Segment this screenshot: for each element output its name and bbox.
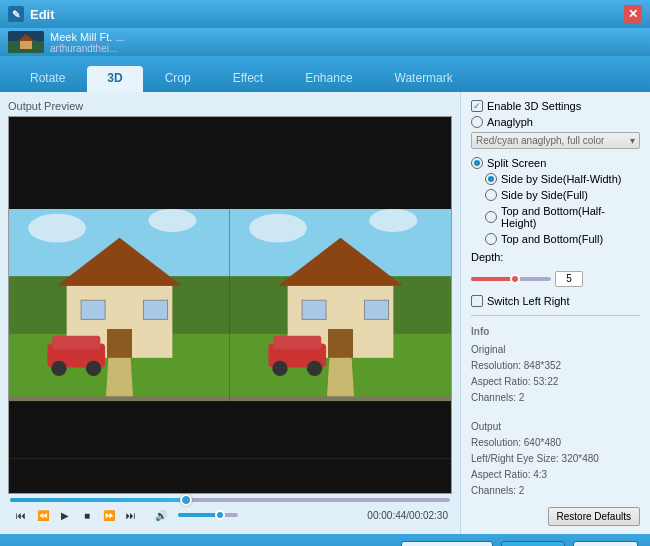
anaglyph-type-value: Red/cyan anaglyph, full color	[476, 135, 604, 146]
divider-1	[471, 315, 640, 316]
step-back-button[interactable]: ⏪	[34, 506, 52, 524]
svg-rect-33	[328, 329, 353, 358]
tab-enhance[interactable]: Enhance	[285, 66, 372, 92]
stop-button[interactable]: ■	[78, 506, 96, 524]
svg-rect-31	[302, 300, 326, 319]
svg-point-6	[28, 214, 86, 243]
svg-point-37	[307, 361, 322, 376]
depth-thumb[interactable]	[510, 274, 520, 284]
split-option-4-row: Top and Bottom(Full)	[485, 233, 640, 245]
volume-progress	[178, 513, 220, 517]
split-screen-label: Split Screen	[487, 157, 546, 169]
switch-lr-checkbox[interactable]	[471, 295, 483, 307]
enable-3d-label: Enable 3D Settings	[487, 100, 581, 112]
tab-effect[interactable]: Effect	[213, 66, 283, 92]
file-sidebar: Meek Mill Ft. ... arthurandthei...	[0, 28, 650, 56]
original-title: Original	[471, 342, 640, 358]
anaglyph-row: Anaglyph	[471, 116, 640, 128]
svg-point-25	[369, 209, 417, 232]
output-resolution: Resolution: 640*480	[471, 435, 640, 451]
seek-progress	[10, 498, 186, 502]
tab-watermark[interactable]: Watermark	[375, 66, 473, 92]
time-display: 00:00:44/00:02:30	[367, 510, 448, 521]
apply-button[interactable]: Apply	[501, 541, 565, 546]
split-option-1-row: Side by Side(Half-Width)	[485, 173, 640, 185]
close-window-button[interactable]: ✕	[624, 5, 642, 23]
title-bar: ✎ Edit ✕	[0, 0, 650, 28]
depth-value-box[interactable]: 5	[555, 271, 583, 287]
svg-rect-40	[9, 401, 451, 459]
split-screen-row: Split Screen	[471, 157, 640, 169]
svg-rect-32	[365, 300, 389, 319]
enable-3d-row: Enable 3D Settings	[471, 100, 640, 112]
enable-3d-checkbox[interactable]	[471, 100, 483, 112]
bottom-bar: Restore All Apply Close	[0, 534, 650, 546]
svg-point-36	[272, 361, 287, 376]
file-thumbnail	[8, 31, 44, 53]
controls-bar: ⏮ ⏪ ▶ ■ ⏩ ⏭ 🔊 00:00:44/00:02:30	[8, 502, 452, 526]
split-option-2-row: Side by Side(Full)	[485, 189, 640, 201]
restore-all-button[interactable]: Restore All	[401, 541, 493, 546]
volume-icon[interactable]: 🔊	[152, 506, 170, 524]
split-option-1-label: Side by Side(Half-Width)	[501, 173, 621, 185]
split-screen-radio[interactable]	[471, 157, 483, 169]
original-channels: Channels: 2	[471, 390, 640, 406]
step-forward-button[interactable]: ⏩	[100, 506, 118, 524]
switch-lr-row: Switch Left Right	[471, 295, 640, 307]
skip-start-button[interactable]: ⏮	[12, 506, 30, 524]
split-option-3-row: Top and Bottom(Half-Height)	[485, 205, 640, 229]
svg-rect-15	[107, 329, 132, 358]
dropdown-arrow-icon: ▾	[630, 135, 635, 146]
depth-slider[interactable]	[471, 277, 551, 281]
split-option-2-label: Side by Side(Full)	[501, 189, 588, 201]
file-info: Meek Mill Ft. ... arthurandthei...	[50, 31, 642, 54]
svg-rect-35	[273, 336, 321, 349]
window-title: Edit	[30, 7, 55, 22]
app-icon: ✎	[8, 6, 24, 22]
close-button[interactable]: Close	[573, 541, 638, 546]
tab-3d[interactable]: 3D	[87, 66, 142, 92]
tab-crop[interactable]: Crop	[145, 66, 211, 92]
restore-defaults-button[interactable]: Restore Defaults	[548, 507, 640, 526]
volume-bar[interactable]	[178, 513, 238, 517]
svg-rect-39	[9, 151, 451, 209]
info-title: Info	[471, 324, 640, 340]
svg-point-24	[249, 214, 307, 243]
seekbar[interactable]	[10, 498, 450, 502]
output-section: Output Resolution: 640*480 Left/Right Ey…	[471, 419, 640, 499]
volume-thumb[interactable]	[215, 510, 225, 520]
file-artist: arthurandthei...	[50, 43, 642, 54]
depth-slider-row: 5	[471, 271, 640, 287]
svg-rect-13	[81, 300, 105, 319]
depth-label: Depth:	[471, 251, 503, 263]
anaglyph-label: Anaglyph	[487, 116, 533, 128]
svg-rect-17	[52, 336, 100, 349]
output-aspect: Aspect Ratio: 4:3	[471, 467, 640, 483]
video-preview	[8, 116, 452, 494]
svg-point-19	[86, 361, 101, 376]
switch-lr-label: Switch Left Right	[487, 295, 570, 307]
split-option-3-radio[interactable]	[485, 211, 497, 223]
split-option-4-radio[interactable]	[485, 233, 497, 245]
anaglyph-type-dropdown[interactable]: Red/cyan anaglyph, full color ▾	[471, 132, 640, 149]
play-button[interactable]: ▶	[56, 506, 74, 524]
video-scene-svg	[9, 117, 451, 493]
seek-thumb[interactable]	[180, 494, 192, 506]
svg-rect-14	[144, 300, 168, 319]
split-option-3-label: Top and Bottom(Half-Height)	[501, 205, 640, 229]
output-channels: Channels: 2	[471, 483, 640, 499]
video-frame	[9, 117, 451, 493]
file-name: Meek Mill Ft. ...	[50, 31, 642, 43]
preview-label: Output Preview	[8, 100, 452, 112]
split-option-1-radio[interactable]	[485, 173, 497, 185]
tab-rotate[interactable]: Rotate	[10, 66, 85, 92]
anaglyph-radio[interactable]	[471, 116, 483, 128]
svg-point-7	[148, 209, 196, 232]
original-resolution: Resolution: 848*352	[471, 358, 640, 374]
info-section: Info Original Resolution: 848*352 Aspect…	[471, 324, 640, 406]
split-option-2-radio[interactable]	[485, 189, 497, 201]
original-aspect: Aspect Ratio: 53:22	[471, 374, 640, 390]
tabs-bar: Rotate 3D Crop Effect Enhance Watermark	[0, 56, 650, 92]
split-option-4-label: Top and Bottom(Full)	[501, 233, 603, 245]
skip-end-button[interactable]: ⏭	[122, 506, 140, 524]
